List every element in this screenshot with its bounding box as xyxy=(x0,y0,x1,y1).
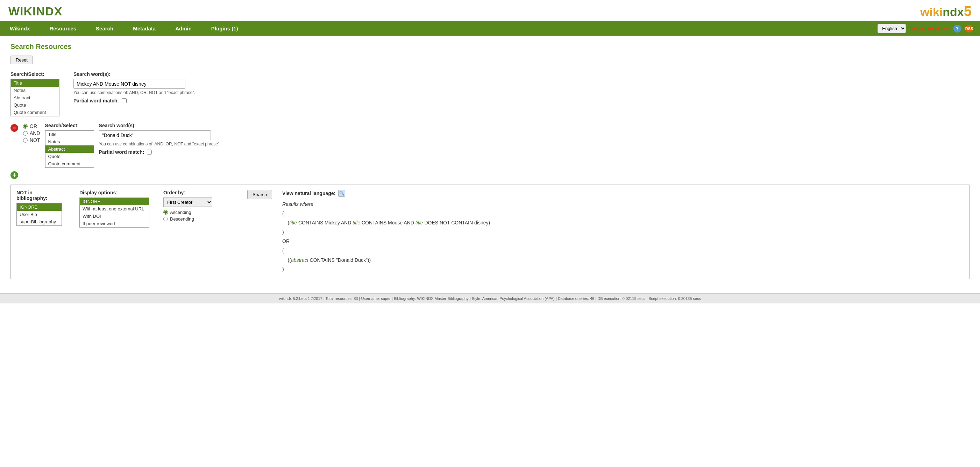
bottom-section: NOT inbibliography: IGNORE User Bib supe… xyxy=(11,184,969,279)
nav-wikindx[interactable]: Wikindx xyxy=(0,21,40,36)
add-row-button[interactable]: + xyxy=(11,171,18,179)
list2-title[interactable]: Title xyxy=(46,131,94,138)
search-row-1: Search/Select: Title Notes Abstract Quot… xyxy=(11,71,969,116)
list-item-quote-comment[interactable]: Quote comment xyxy=(11,109,59,116)
descending-radio[interactable] xyxy=(163,217,168,221)
list2-notes[interactable]: Notes xyxy=(46,138,94,145)
results-where: Results where xyxy=(282,201,313,207)
footer: wikindx 5.2.beta 1 ©2017 | Total resourc… xyxy=(0,293,980,303)
top-header: WIKINDX wikindx5 xyxy=(0,0,980,21)
list-item-abstract[interactable]: Abstract xyxy=(11,94,59,102)
logo-right: wikindx5 xyxy=(920,3,972,19)
not-in-bib-listbox: IGNORE User Bib superBibliography xyxy=(16,203,62,226)
order-by-select[interactable]: First Creator Title Year Added xyxy=(163,197,212,207)
partial-checkbox-1[interactable] xyxy=(122,98,127,103)
natural-lang-col: View natural language: 🔍 Results where (… xyxy=(282,190,964,274)
search1-words-label: Search word(s): xyxy=(73,71,195,77)
descending-label[interactable]: Descending xyxy=(163,216,244,222)
search-btn-col: Search xyxy=(247,190,279,199)
display-opts-listbox: IGNORE With at least one external URL Wi… xyxy=(80,197,150,227)
nav-admin[interactable]: Admin xyxy=(165,21,202,36)
results-text: Results where ( (title CONTAINS Mickey A… xyxy=(282,200,964,274)
result-title2: title xyxy=(353,220,360,226)
display-opts-col: Display options: IGNORE With at least on… xyxy=(80,190,160,227)
language-select[interactable]: English xyxy=(878,24,906,33)
logo5-w: wiki xyxy=(920,5,943,19)
search2-words-label: Search word(s): xyxy=(99,123,221,128)
logo5-ndx: ndx xyxy=(943,5,964,19)
main-content: Search Resources Reset Search/Select: Ti… xyxy=(0,36,980,286)
search1-partial: Partial word match: xyxy=(73,98,195,103)
reset-button[interactable]: Reset xyxy=(11,56,33,64)
search-button[interactable]: Search xyxy=(247,190,272,199)
sound-explorer-link[interactable]: Sound Explorer xyxy=(910,25,949,32)
search2-words-col: Search word(s): You can use combinations… xyxy=(99,123,221,155)
ascending-radio[interactable] xyxy=(163,210,168,214)
bib-ignore[interactable]: IGNORE xyxy=(17,203,62,211)
list-item-title[interactable]: Title xyxy=(11,79,59,87)
partial-label-1: Partial word match: xyxy=(73,98,119,103)
radio-or[interactable] xyxy=(23,124,28,129)
search1-input[interactable] xyxy=(73,79,185,89)
bib-super[interactable]: superBibliography xyxy=(17,218,62,226)
display-opts-label: Display options: xyxy=(80,190,160,195)
display-peer[interactable]: If peer reviewed xyxy=(80,220,149,227)
remove-row-button[interactable]: − xyxy=(11,124,18,132)
display-doi[interactable]: With DOI xyxy=(80,213,149,220)
order-radios: Ascending Descending xyxy=(163,210,244,222)
partial-checkbox-2[interactable] xyxy=(147,149,152,154)
nav-plugins[interactable]: Plugins (1) xyxy=(202,21,248,36)
list-item-quote[interactable]: Quote xyxy=(11,102,59,109)
nav-metadata[interactable]: Metadata xyxy=(123,21,165,36)
display-ext-url[interactable]: With at least one external URL xyxy=(80,205,149,213)
bib-user[interactable]: User Bib xyxy=(17,211,62,218)
ascending-label[interactable]: Ascending xyxy=(163,210,244,215)
natural-lang-header: View natural language: 🔍 xyxy=(282,190,964,197)
not-in-bib-label: NOT inbibliography: xyxy=(16,190,76,201)
radio-not-label[interactable]: NOT xyxy=(23,137,40,143)
search2-select-label: Search/Select: xyxy=(45,123,94,128)
search2-select-col: Search/Select: Title Notes Abstract Quot… xyxy=(45,123,94,168)
radio-and-label[interactable]: AND xyxy=(23,130,40,136)
result-title3: title xyxy=(415,220,423,226)
boolean-radios: OR AND NOT xyxy=(23,123,40,143)
search2-partial: Partial word match: xyxy=(99,149,221,155)
display-ignore[interactable]: IGNORE xyxy=(80,198,149,205)
rss-icon[interactable]: RSS xyxy=(965,25,973,32)
nav-search[interactable]: Search xyxy=(86,21,123,36)
nav-bar: Wikindx Resources Search Metadata Admin … xyxy=(0,21,980,36)
search-row-2: − OR AND NOT Search/Select: Title Notes … xyxy=(11,123,969,168)
search1-select-col: Search/Select: Title Notes Abstract Quot… xyxy=(11,71,59,116)
order-by-col: Order by: First Creator Title Year Added… xyxy=(163,190,244,222)
not-in-bib-col: NOT inbibliography: IGNORE User Bib supe… xyxy=(16,190,76,226)
list2-quote-comment[interactable]: Quote comment xyxy=(46,160,94,167)
radio-or-label[interactable]: OR xyxy=(23,123,40,129)
help-icon[interactable]: ? xyxy=(953,25,961,32)
view-nl-label: View natural language: xyxy=(282,191,336,196)
nav-resources[interactable]: Resources xyxy=(40,21,86,36)
page-title: Search Resources xyxy=(11,43,969,51)
radio-and[interactable] xyxy=(23,131,28,136)
radio-not[interactable] xyxy=(23,138,28,143)
list2-quote[interactable]: Quote xyxy=(46,153,94,160)
logo: WIKINDX xyxy=(8,5,62,18)
search2-listbox: Title Notes Abstract Quote Quote comment xyxy=(45,130,94,168)
footer-text: wikindx 5.2.beta 1 ©2017 | Total resourc… xyxy=(279,296,701,300)
search1-words-col: Search word(s): You can use combinations… xyxy=(73,71,195,103)
search1-hint: You can use combinations of: AND, OR, NO… xyxy=(73,90,195,95)
result-title1: title xyxy=(289,220,297,226)
search2-hint: You can use combinations of: AND, OR, NO… xyxy=(99,141,221,146)
logo5-5: 5 xyxy=(964,3,972,19)
search1-select-label: Search/Select: xyxy=(11,71,59,77)
list-item-notes[interactable]: Notes xyxy=(11,87,59,94)
magnify-icon[interactable]: 🔍 xyxy=(338,190,345,197)
order-by-label: Order by: xyxy=(163,190,244,195)
list2-abstract[interactable]: Abstract xyxy=(46,145,94,153)
result-abstract: abstract xyxy=(291,257,309,263)
search1-listbox: Title Notes Abstract Quote Quote comment xyxy=(11,79,59,116)
partial-label-2: Partial word match: xyxy=(99,149,145,155)
search2-input[interactable] xyxy=(99,130,211,140)
